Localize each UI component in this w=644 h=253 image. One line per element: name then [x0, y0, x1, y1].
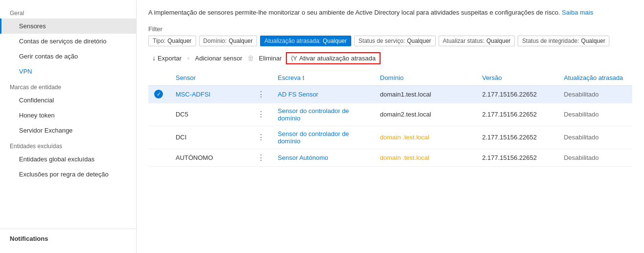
- sensor-domain[interactable]: domain1.test.local: [374, 85, 476, 103]
- geral-section-label: Geral: [0, 5, 136, 19]
- sidebar-item-servidor-exchange[interactable]: Servidor Exchange: [0, 123, 136, 138]
- sensor-type: Sensor Autónomo: [272, 149, 374, 166]
- sidebar-item-honey-token[interactable]: Honey token: [0, 108, 136, 123]
- table-row[interactable]: AUTÓNOMO⋮Sensor Autónomodomain .test.loc…: [148, 149, 632, 166]
- sensor-name[interactable]: DC5: [170, 103, 252, 126]
- dots-icon[interactable]: ⋮: [257, 110, 265, 118]
- sidebar-item-vpn[interactable]: VPN: [0, 64, 136, 79]
- table-row[interactable]: ✓MSC-ADFSI⋮AD FS Sensordomain1.test.loca…: [148, 85, 632, 103]
- col-sensor-header[interactable]: Sensor: [170, 70, 252, 86]
- sensors-table: Sensor Escreva t Domínio Versão Atualiza…: [148, 70, 632, 167]
- eliminar-button[interactable]: Eliminar: [255, 53, 286, 64]
- entidades-section-label: Entidades excluídas: [0, 138, 136, 152]
- filter-chip-atualizar-status[interactable]: Atualizar status: Qualquer: [439, 36, 515, 46]
- sensor-update-status: Desabilitado: [558, 126, 632, 149]
- sensor-domain[interactable]: domain2.test.local: [374, 103, 476, 126]
- table-row[interactable]: DC5⋮Sensor do controlador de domíniodoma…: [148, 103, 632, 126]
- filter-chip-status-integridade[interactable]: Status de integridade: Qualquer: [518, 36, 609, 46]
- saiba-mais-link[interactable]: Saiba mais: [562, 9, 593, 16]
- filter-chip-status-servico[interactable]: Status de serviço: Qualquer: [354, 36, 436, 46]
- sensor-domain[interactable]: domain .test.local: [374, 149, 476, 166]
- sidebar-item-gerir-contas[interactable]: Gerir contas de ação: [0, 49, 136, 64]
- export-button[interactable]: ↓ Exportar: [148, 52, 185, 64]
- sensor-update-status: Desabilitado: [558, 149, 632, 166]
- dots-icon[interactable]: ⋮: [257, 133, 265, 141]
- dots-icon[interactable]: ⋮: [257, 90, 265, 98]
- main-content: A implementação de sensores permite-lhe …: [137, 0, 644, 253]
- toolbar: ↓ Exportar + Adicionar sensor 🗑 Eliminar…: [148, 52, 632, 64]
- funnel-icon: ⟨Y: [291, 55, 298, 62]
- filter-section: Filter Tipo: Qualquer Domínio: Qualquer …: [148, 25, 632, 46]
- add-sensor-button[interactable]: Adicionar sensor: [191, 53, 246, 64]
- sidebar-item-exclusoes-regra[interactable]: Exclusões por regra de deteção: [0, 167, 136, 182]
- trash-icon: 🗑: [247, 54, 254, 62]
- filter-row: Tipo: Qualquer Domínio: Qualquer Atualiz…: [148, 36, 632, 46]
- row-menu-dots[interactable]: ⋮: [251, 85, 272, 103]
- filter-chip-tipo[interactable]: Tipo: Qualquer: [148, 36, 196, 46]
- notifications-label[interactable]: Notifications: [0, 229, 136, 248]
- sensor-version: 2.177.15156.22652: [476, 85, 558, 103]
- row-menu-dots[interactable]: ⋮: [251, 149, 272, 166]
- dots-icon[interactable]: ⋮: [257, 154, 265, 162]
- sensor-domain[interactable]: domain .test.local: [374, 126, 476, 149]
- sensor-type: Sensor do controlador de domínio: [272, 126, 374, 149]
- table-row[interactable]: DCI⋮Sensor do controlador de domíniodoma…: [148, 126, 632, 149]
- row-checkbox[interactable]: [148, 103, 170, 126]
- marcas-section-label: Marcas de entidade: [0, 79, 136, 93]
- col-dots-header: [251, 70, 272, 86]
- sensor-type: AD FS Sensor: [272, 85, 374, 103]
- row-checkbox[interactable]: [148, 126, 170, 149]
- filter-chip-dominio[interactable]: Domínio: Qualquer: [199, 36, 257, 46]
- col-type-header[interactable]: Escreva t: [272, 70, 374, 86]
- sidebar-item-confidencial[interactable]: Confidencial: [0, 93, 136, 108]
- col-checkbox-header: [148, 70, 170, 86]
- sidebar: Geral Sensores Contas de serviços de dir…: [0, 0, 137, 253]
- sensor-type: Sensor do controlador de domínio: [272, 103, 374, 126]
- row-menu-dots[interactable]: ⋮: [251, 126, 272, 149]
- sensor-name[interactable]: DCI: [170, 126, 252, 149]
- sensor-update-status: Desabilitado: [558, 85, 632, 103]
- col-update-header[interactable]: Atualização atrasada: [558, 70, 632, 86]
- row-checkbox[interactable]: ✓: [148, 85, 170, 103]
- sensor-name[interactable]: MSC-ADFSI: [170, 85, 252, 103]
- sensor-version: 2.177.15156.22652: [476, 126, 558, 149]
- sensor-version: 2.177.15156.22652: [476, 149, 558, 166]
- col-domain-header[interactable]: Domínio: [374, 70, 476, 86]
- col-version-header[interactable]: Versão: [476, 70, 558, 86]
- info-banner: A implementação de sensores permite-lhe …: [148, 8, 632, 18]
- row-menu-dots[interactable]: ⋮: [251, 103, 272, 126]
- sidebar-item-entidades-global[interactable]: Entidades global excluídas: [0, 152, 136, 167]
- filter-chip-atualizacao-atrasada[interactable]: Atualização atrasada: Qualquer: [260, 36, 351, 46]
- sensor-update-status: Desabilitado: [558, 103, 632, 126]
- sensor-name[interactable]: AUTÓNOMO: [170, 149, 252, 166]
- filter-label: Filter: [148, 25, 632, 33]
- sidebar-item-sensores[interactable]: Sensores: [0, 19, 136, 34]
- ativar-atualizacao-button[interactable]: ⟨Y Ativar atualização atrasada: [286, 52, 381, 64]
- sensor-version: 2.177.15156.22652: [476, 103, 558, 126]
- check-icon: ✓: [154, 90, 163, 98]
- download-icon: ↓: [152, 54, 156, 62]
- sidebar-item-contas-servicos[interactable]: Contas de serviços de diretório: [0, 34, 136, 49]
- row-checkbox[interactable]: [148, 149, 170, 166]
